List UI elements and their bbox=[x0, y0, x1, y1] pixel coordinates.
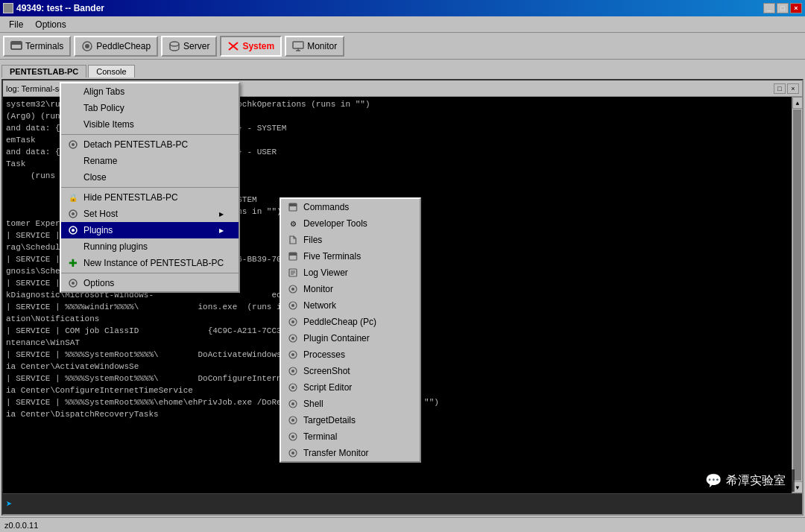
terminal-close-button[interactable]: × bbox=[787, 83, 799, 94]
five-terminals-icon bbox=[287, 250, 299, 262]
title-bar-left: 49349: test -- Bander bbox=[3, 3, 104, 13]
ctx-set-host[interactable]: Set Host bbox=[61, 206, 239, 222]
ctx-processes[interactable]: Processes bbox=[281, 346, 420, 363]
script-editor-icon bbox=[287, 381, 299, 393]
ctx-shell[interactable]: Shell bbox=[281, 396, 420, 412]
ctx-files[interactable]: Files bbox=[281, 232, 420, 248]
ctx-commands[interactable]: Commands bbox=[281, 199, 420, 215]
ctx-plugins[interactable]: Plugins bbox=[61, 222, 239, 238]
monitor-ctx-icon bbox=[287, 283, 299, 295]
terminal-ctx-icon bbox=[287, 431, 299, 443]
ctx-network[interactable]: Network bbox=[281, 297, 420, 314]
ctx-new-instance[interactable]: ✚ New Instance of PENTESTLAB-PC bbox=[61, 255, 239, 271]
toolbar-server[interactable]: Server bbox=[161, 36, 217, 57]
ctx-separator-3 bbox=[61, 273, 239, 273]
minimize-button[interactable]: _ bbox=[763, 3, 775, 13]
ctx-terminal[interactable]: Terminal bbox=[281, 428, 420, 445]
svg-point-35 bbox=[291, 386, 294, 389]
svg-point-11 bbox=[72, 229, 75, 232]
svg-rect-17 bbox=[289, 253, 297, 256]
screenshot-icon bbox=[287, 365, 299, 377]
svg-point-7 bbox=[72, 143, 75, 146]
close-button[interactable]: × bbox=[790, 3, 802, 13]
ctx-developer-tools[interactable]: ⚙ Developer Tools bbox=[281, 215, 420, 232]
terminal-input-bar: ➤ 💬 希潭实验室 bbox=[3, 493, 802, 514]
terminals-icon bbox=[10, 40, 22, 52]
svg-rect-5 bbox=[293, 42, 303, 48]
svg-rect-1 bbox=[11, 42, 22, 45]
menu-options[interactable]: Options bbox=[29, 18, 72, 31]
files-icon bbox=[287, 234, 299, 246]
tab-policy-icon bbox=[67, 102, 79, 114]
ctx-detach[interactable]: Detach PENTESTLAB-PC bbox=[61, 136, 239, 153]
monitor-icon bbox=[292, 40, 304, 52]
hide-icon: 🔒 bbox=[67, 191, 79, 203]
terminal-restore-button[interactable]: □ bbox=[774, 83, 786, 94]
rename-icon bbox=[67, 155, 79, 167]
svg-point-29 bbox=[291, 337, 294, 340]
ctx-five-terminals[interactable]: Five Terminals bbox=[281, 248, 420, 265]
tab-console[interactable]: Console bbox=[88, 65, 134, 77]
toolbar-terminals[interactable]: Terminals bbox=[3, 36, 71, 57]
ctx-target-details[interactable]: TargetDetails bbox=[281, 412, 420, 428]
ctx-visible-items[interactable]: Visible Items bbox=[61, 116, 239, 133]
toolbar-monitor[interactable]: Monitor bbox=[285, 36, 344, 57]
svg-point-39 bbox=[291, 419, 294, 422]
align-tabs-icon bbox=[67, 86, 79, 98]
processes-icon bbox=[287, 349, 299, 361]
ctx-close[interactable]: Close bbox=[61, 169, 239, 186]
terminal-scrollbar[interactable]: ▲ ▼ bbox=[792, 97, 802, 493]
peddlecheap-label: PeddleCheap bbox=[96, 41, 151, 51]
svg-point-4 bbox=[170, 42, 179, 46]
menu-bar: File Options bbox=[0, 16, 805, 33]
plugins-icon bbox=[67, 224, 79, 236]
log-viewer-icon bbox=[287, 267, 299, 279]
tab-pentestlab-label: PENTESTLAB-PC bbox=[10, 67, 78, 76]
svg-rect-15 bbox=[289, 203, 297, 206]
running-plugins-icon bbox=[67, 241, 79, 253]
ctx-rename[interactable]: Rename bbox=[61, 153, 239, 169]
ctx-peddlecheap-pc[interactable]: PeddleCheap (Pc) bbox=[281, 314, 420, 330]
tab-pentestlab[interactable]: PENTESTLAB-PC bbox=[1, 65, 86, 77]
transfer-monitor-icon bbox=[287, 447, 299, 459]
context-menu-1: Align Tabs Tab Policy Visible Items Deta… bbox=[60, 82, 240, 293]
options-icon bbox=[67, 277, 79, 289]
detach-icon bbox=[67, 139, 79, 151]
ctx-tab-policy[interactable]: Tab Policy bbox=[61, 100, 239, 116]
ctx-options[interactable]: Options bbox=[61, 275, 239, 291]
prompt-icon: ➤ bbox=[6, 498, 12, 510]
ctx-align-tabs[interactable]: Align Tabs bbox=[61, 83, 239, 100]
ctx-plugin-container[interactable]: Plugin Container bbox=[281, 330, 420, 346]
svg-point-33 bbox=[291, 370, 294, 373]
ctx-log-viewer[interactable]: Log Viewer bbox=[281, 265, 420, 281]
svg-point-13 bbox=[72, 282, 75, 285]
terminal-input[interactable] bbox=[15, 500, 799, 509]
svg-point-41 bbox=[291, 435, 294, 438]
app-icon bbox=[3, 3, 13, 13]
terminals-label: Terminals bbox=[25, 41, 63, 51]
server-label: Server bbox=[183, 41, 209, 51]
svg-point-37 bbox=[291, 402, 294, 405]
set-host-icon bbox=[67, 208, 79, 220]
status-bar: z0.0.0.11 bbox=[0, 517, 805, 532]
ctx-transfer-monitor[interactable]: Transfer Monitor bbox=[281, 445, 420, 461]
ctx-running-plugins[interactable]: Running plugins bbox=[61, 238, 239, 255]
svg-point-23 bbox=[291, 288, 294, 291]
server-icon bbox=[168, 40, 180, 52]
ctx-script-editor[interactable]: Script Editor bbox=[281, 379, 420, 396]
svg-point-43 bbox=[291, 452, 294, 455]
peddlecheap-icon bbox=[81, 40, 93, 52]
ctx-screenshot[interactable]: ScreenShot bbox=[281, 363, 420, 379]
context-menu-2: Commands ⚙ Developer Tools Files Five Te… bbox=[280, 197, 421, 463]
wechat-overlay: 💬 希潭实验室 bbox=[696, 469, 795, 492]
peddlecheap-ctx-icon bbox=[287, 316, 299, 328]
menu-file[interactable]: File bbox=[3, 18, 29, 31]
ctx-monitor[interactable]: Monitor bbox=[281, 281, 420, 297]
maximize-button[interactable]: □ bbox=[777, 3, 789, 13]
svg-point-25 bbox=[291, 304, 294, 307]
ctx-hide[interactable]: 🔒 Hide PENTESTLAB-PC bbox=[61, 189, 239, 206]
ctx-separator-1 bbox=[61, 134, 239, 135]
commands-icon bbox=[287, 201, 299, 213]
toolbar-peddlecheap[interactable]: PeddleCheap bbox=[74, 36, 158, 57]
toolbar-system[interactable]: System bbox=[220, 36, 282, 57]
